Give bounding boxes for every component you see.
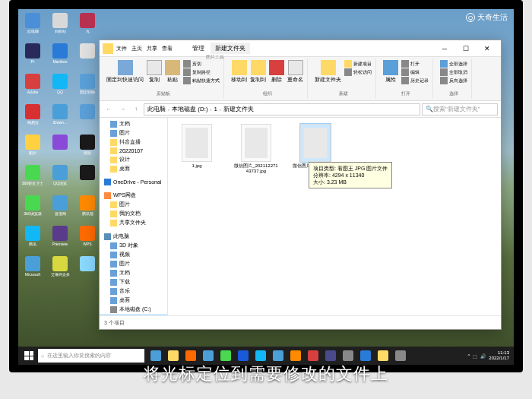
nav-item[interactable]: 3D 对象 (100, 241, 167, 250)
nav-item[interactable]: 我的文档 (100, 209, 167, 218)
edit-button[interactable]: 编辑 (401, 68, 429, 76)
desktop-icon[interactable]: 百度网 (49, 195, 71, 221)
copyto-button[interactable]: 复制到 (250, 60, 266, 84)
close-button[interactable]: ✕ (477, 42, 498, 55)
desktop-icon[interactable] (77, 256, 98, 282)
rename-button[interactable]: 重命名 (287, 60, 303, 84)
cut-button[interactable]: 剪切 (183, 60, 220, 68)
desktop-icon[interactable]: QQ (49, 74, 71, 100)
system-tray[interactable]: ^ ⬚ 🔊 11:132022/1/17 (467, 350, 512, 360)
taskbar-app[interactable] (322, 347, 339, 364)
taskbar-app[interactable] (270, 347, 287, 364)
desktop-icon[interactable]: iDown... (49, 104, 71, 130)
desktop-icon[interactable]: 腾讯 (22, 226, 43, 252)
desktop-icon[interactable]: Maxthon (49, 43, 71, 69)
properties-button[interactable]: 属性 (383, 60, 398, 84)
desktop-icon[interactable]: 网易云 (22, 104, 43, 130)
taskbar-app[interactable] (235, 347, 252, 364)
delete-button[interactable]: 删除 (269, 60, 284, 84)
qat-view[interactable]: 查看 (162, 45, 173, 52)
nav-item[interactable]: 音乐 (100, 287, 167, 296)
file-list[interactable]: 1.jpg微信图片_20211227143737.jpg微信图片_2021122… (168, 118, 501, 315)
nav-item[interactable]: 此电脑 (100, 232, 167, 241)
taskbar-app[interactable] (147, 347, 164, 364)
easyaccess-button[interactable]: 轻松访问 (344, 68, 372, 76)
newfolder-button[interactable]: 新建文件夹 (315, 60, 341, 84)
addr-seg-pc[interactable]: 此电脑 (147, 105, 166, 113)
moveto-button[interactable]: 移动到 (231, 60, 247, 84)
desktop-icon[interactable]: 此电脑 (22, 13, 43, 39)
desktop-icon[interactable]: 图片 (22, 135, 43, 160)
qat-share[interactable]: 共享 (147, 45, 157, 52)
nav-item[interactable]: 图片 (100, 200, 167, 209)
file-item[interactable]: 微信图片_20211227143737.jpg (233, 124, 279, 174)
newitem-button[interactable]: 新建项目 (344, 60, 372, 68)
titlebar[interactable]: 文件 主页 共享 查看 管理 新建文件夹 图片工具 ─ ☐ ✕ (100, 40, 501, 57)
paste-button[interactable]: 粘贴 (165, 60, 180, 84)
taskbar-app[interactable] (375, 347, 391, 364)
context-tab-manage[interactable]: 管理 (188, 43, 209, 54)
nav-item[interactable]: 抖音直播 (100, 138, 167, 147)
desktop-icon[interactable]: 丸 (77, 13, 98, 39)
taskbar-app[interactable] (287, 347, 304, 364)
shortcut-button[interactable]: 粘贴快捷方式 (183, 77, 220, 84)
tray-chevron-icon[interactable]: ^ (467, 353, 470, 358)
taskbar-app[interactable] (340, 347, 356, 364)
nav-item[interactable]: OneDrive - Personal (100, 178, 167, 186)
desktop-icon[interactable]: WPS (77, 226, 98, 252)
nav-item[interactable]: 桌面 (100, 164, 167, 173)
desktop-icon[interactable]: 艾琳阿金多 (49, 256, 71, 282)
desktop-icon[interactable] (77, 43, 98, 69)
nav-item[interactable]: 本地磁盘 (C:) (100, 305, 167, 314)
addr-seg-folder[interactable]: 新建文件夹 (223, 105, 254, 113)
invertsel-button[interactable]: 反向选择 (440, 77, 467, 84)
forward-button[interactable]: → (116, 103, 128, 116)
pin-button[interactable]: 固定到快速访问 (106, 60, 144, 84)
minimize-button[interactable]: ─ (434, 42, 455, 55)
qat-home[interactable]: 主页 (131, 45, 142, 52)
taskbar-app[interactable] (200, 347, 217, 364)
desktop-icon[interactable] (49, 135, 71, 160)
addr-seg-drive[interactable]: 本地磁盘 (D:) (172, 105, 208, 113)
desktop-icon[interactable]: Adobe (22, 74, 43, 100)
address-bar[interactable]: 此电脑› 本地磁盘 (D:)› 1› 新建文件夹 (144, 103, 420, 116)
nav-item[interactable]: 文档 (100, 119, 167, 128)
selectall-button[interactable]: 全部选择 (440, 60, 467, 68)
taskbar-app[interactable] (357, 347, 374, 364)
taskbar-app[interactable] (252, 347, 269, 364)
history-button[interactable]: 历史记录 (401, 77, 429, 84)
desktop-icon[interactable]: Microsoft (22, 256, 43, 282)
up-button[interactable]: ↑ (130, 103, 142, 116)
nav-item[interactable]: 视频 (100, 250, 167, 259)
nav-pane[interactable]: 文档图片抖音直播20220107设计桌面OneDrive - PersonalW… (100, 118, 168, 315)
tray-volume-icon[interactable]: 🔊 (480, 353, 486, 359)
nav-item[interactable]: 图片 (100, 128, 167, 138)
desktop-icon[interactable] (77, 104, 98, 130)
search-box[interactable]: 🔍 搜索"新建文件夹" (422, 103, 498, 116)
desktop-icon[interactable]: 腾讯视 (77, 195, 98, 221)
open-button[interactable]: 打开 (401, 60, 429, 68)
taskbar-app[interactable] (165, 347, 182, 364)
nav-item[interactable]: 下载 (100, 277, 167, 287)
nav-item[interactable]: 文档 (100, 268, 167, 277)
taskbar-app[interactable] (305, 347, 321, 364)
nav-item[interactable]: 桌面 (100, 296, 167, 305)
selectnone-button[interactable]: 全部取消 (440, 68, 467, 76)
taskbar-search[interactable]: ○ 在这里输入你要搜索的内容 (38, 349, 144, 363)
taskbar-app[interactable] (392, 347, 409, 364)
desktop-icon[interactable] (77, 165, 98, 191)
qat-file[interactable]: 文件 (116, 45, 127, 52)
desktop-icon[interactable]: QQ浏览 (49, 165, 71, 191)
nav-item[interactable]: WPS网盘 (100, 191, 167, 200)
copypath-button[interactable]: 复制路径 (183, 68, 220, 76)
context-subtab[interactable]: 图片工具 (206, 54, 224, 61)
nav-item[interactable]: 设计 (100, 155, 167, 164)
tray-network-icon[interactable]: ⬚ (473, 353, 477, 359)
file-item[interactable]: 1.jpg (174, 124, 220, 169)
tray-clock[interactable]: 11:132022/1/17 (489, 350, 509, 360)
taskbar-app[interactable] (182, 347, 199, 364)
desktop-icon[interactable]: Pr (22, 43, 43, 69)
desktop-icon[interactable]: 回收站 (49, 13, 71, 39)
taskbar-app[interactable] (217, 347, 234, 364)
addr-seg-1[interactable]: 1 (214, 106, 217, 112)
